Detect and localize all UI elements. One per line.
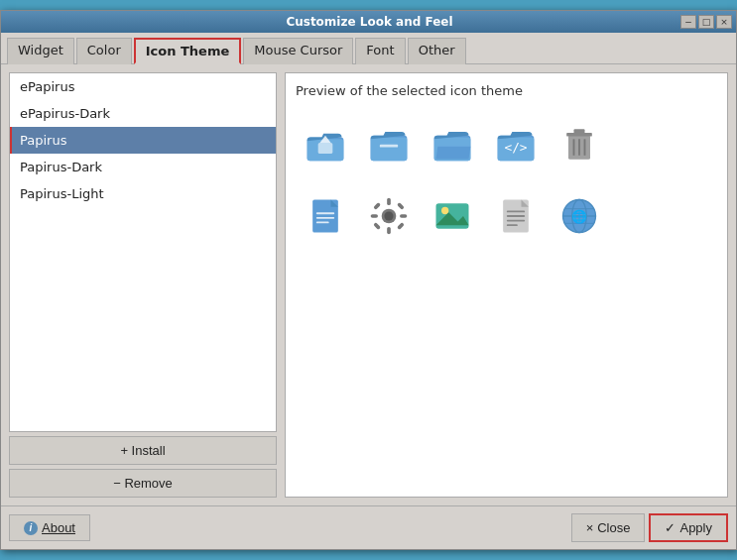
svg-rect-27 xyxy=(387,227,391,234)
trash-icon xyxy=(552,115,607,170)
svg-rect-2 xyxy=(318,143,333,154)
svg-rect-40 xyxy=(507,215,525,217)
info-icon: i xyxy=(24,521,38,535)
close-button[interactable]: × xyxy=(716,15,732,29)
window-title: Customize Look and Feel xyxy=(59,15,680,29)
svg-rect-28 xyxy=(371,214,378,218)
folder-code-icon: </> xyxy=(488,115,544,170)
svg-rect-31 xyxy=(397,202,405,210)
left-panel: ePapirus ePapirus-Dark Papirus Papirus-D… xyxy=(9,72,277,498)
svg-rect-22 xyxy=(316,217,334,219)
svg-rect-41 xyxy=(507,220,525,222)
svg-text:🌐: 🌐 xyxy=(571,209,588,225)
theme-item-epapirus[interactable]: ePapirus xyxy=(10,73,276,100)
theme-item-epapirus-dark[interactable]: ePapirus-Dark xyxy=(10,100,276,127)
svg-rect-5 xyxy=(371,138,408,162)
globe-icon: 🌐 xyxy=(552,188,607,244)
preview-box: Preview of the selected icon theme xyxy=(285,72,728,498)
content-area: ePapirus ePapirus-Dark Papirus Papirus-D… xyxy=(1,64,736,505)
svg-rect-30 xyxy=(373,202,381,210)
icon-grid: </> xyxy=(296,108,717,251)
theme-list[interactable]: ePapirus ePapirus-Dark Papirus Papirus-D… xyxy=(9,72,277,432)
theme-item-papirus[interactable]: Papirus xyxy=(10,127,276,154)
minimize-button[interactable]: − xyxy=(680,15,696,29)
bottom-left: i About xyxy=(9,514,90,541)
tab-mouse-cursor[interactable]: Mouse Cursor xyxy=(243,38,353,64)
svg-rect-39 xyxy=(507,211,525,213)
apply-check-icon: ✓ xyxy=(665,520,676,535)
main-window: Customize Look and Feel − □ × Widget Col… xyxy=(0,10,737,550)
bottom-bar: i About × Close ✓ Apply xyxy=(1,505,736,549)
document-icon xyxy=(298,188,353,244)
svg-rect-26 xyxy=(387,198,391,205)
titlebar-controls: − □ × xyxy=(680,15,732,29)
tabs-bar: Widget Color Icon Theme Mouse Cursor Fon… xyxy=(1,33,736,64)
about-button[interactable]: i About xyxy=(9,514,90,541)
theme-item-papirus-dark[interactable]: Papirus-Dark xyxy=(10,154,276,180)
close-label: Close xyxy=(597,520,630,535)
folder-open-icon xyxy=(425,115,480,170)
svg-rect-32 xyxy=(373,222,381,230)
image-icon xyxy=(425,188,480,244)
svg-rect-23 xyxy=(316,222,329,224)
close-x-icon: × xyxy=(586,520,594,535)
bottom-right: × Close ✓ Apply xyxy=(571,513,728,542)
svg-rect-33 xyxy=(397,222,405,230)
list-buttons: + Install − Remove xyxy=(9,436,277,498)
svg-rect-29 xyxy=(400,214,407,218)
svg-rect-21 xyxy=(316,212,334,214)
tab-color[interactable]: Color xyxy=(76,38,132,64)
tab-icon-theme[interactable]: Icon Theme xyxy=(134,38,242,64)
apply-button[interactable]: ✓ Apply xyxy=(649,513,728,542)
close-button[interactable]: × Close xyxy=(571,513,646,542)
svg-point-35 xyxy=(441,207,448,214)
theme-item-papirus-light[interactable]: Papirus-Light xyxy=(10,180,276,207)
preview-title: Preview of the selected icon theme xyxy=(296,83,717,98)
titlebar: Customize Look and Feel − □ × xyxy=(1,11,736,33)
svg-rect-42 xyxy=(507,224,518,226)
text-icon xyxy=(488,188,544,244)
install-button[interactable]: + Install xyxy=(9,436,277,465)
remove-button[interactable]: − Remove xyxy=(9,469,277,498)
apply-label: Apply xyxy=(679,520,712,535)
tab-font[interactable]: Font xyxy=(355,38,405,64)
about-label: About xyxy=(42,520,75,535)
folder-blue-icon xyxy=(361,115,417,170)
tab-other[interactable]: Other xyxy=(408,38,466,64)
svg-text:</>: </> xyxy=(504,140,527,155)
settings-icon xyxy=(361,188,417,244)
svg-point-25 xyxy=(384,211,393,220)
maximize-button[interactable]: □ xyxy=(698,15,714,29)
right-panel: Preview of the selected icon theme xyxy=(285,72,728,498)
tab-widget[interactable]: Widget xyxy=(7,38,74,64)
home-folder-icon xyxy=(298,115,353,170)
svg-rect-15 xyxy=(574,129,585,134)
svg-rect-6 xyxy=(380,145,398,148)
